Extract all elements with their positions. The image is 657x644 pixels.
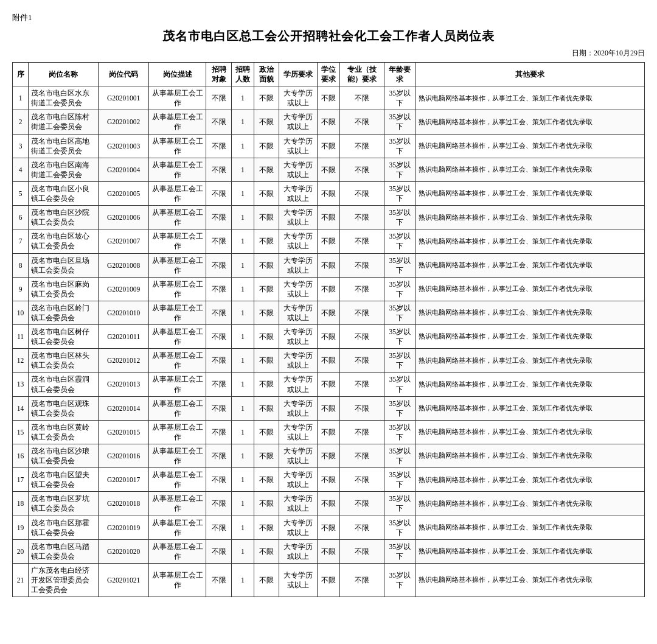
cell-major-req: 不限 xyxy=(339,206,384,229)
cell-age-req: 35岁以下 xyxy=(384,253,415,277)
cell-recruit-num: 1 xyxy=(232,563,254,597)
table-row: 11茂名市电白区树仔镇工会委员会G20201011从事基层工会工作不限1不限大专… xyxy=(13,325,645,349)
cell-degree-req: 不限 xyxy=(318,492,340,516)
cell-recruit-num: 1 xyxy=(232,229,254,253)
cell-edu-req: 大专学历或以上 xyxy=(279,134,318,158)
cell-pos-name: 茂名市电白区高地街道工会委员会 xyxy=(29,134,99,158)
cell-recruit-target: 不限 xyxy=(206,134,232,158)
cell-age-req: 35岁以下 xyxy=(384,301,415,324)
cell-recruit-target: 不限 xyxy=(206,301,232,324)
cell-seq: 13 xyxy=(13,373,29,396)
cell-political: 不限 xyxy=(254,420,279,444)
cell-edu-req: 大专学历或以上 xyxy=(279,420,318,444)
cell-pos-desc: 从事基层工会工作 xyxy=(149,181,206,205)
cell-recruit-num: 1 xyxy=(232,158,254,181)
cell-seq: 3 xyxy=(13,134,29,158)
cell-pos-desc: 从事基层工会工作 xyxy=(149,420,206,444)
cell-degree-req: 不限 xyxy=(318,396,340,420)
cell-pos-name: 茂名市电白区那霍镇工会委员会 xyxy=(29,516,99,539)
cell-pos-code: G20201009 xyxy=(98,277,149,301)
cell-other-req: 熟识电脑网络基本操作，从事过工会、策划工作者优先录取 xyxy=(415,253,644,277)
cell-recruit-target: 不限 xyxy=(206,110,232,134)
cell-degree-req: 不限 xyxy=(318,86,340,110)
cell-other-req: 熟识电脑网络基本操作，从事过工会、策划工作者优先录取 xyxy=(415,110,644,134)
cell-other-req: 熟识电脑网络基本操作，从事过工会、策划工作者优先录取 xyxy=(415,492,644,516)
cell-major-req: 不限 xyxy=(339,349,384,373)
cell-seq: 11 xyxy=(13,325,29,349)
cell-pos-desc: 从事基层工会工作 xyxy=(149,468,206,492)
cell-recruit-num: 1 xyxy=(232,420,254,444)
table-row: 16茂名市电白区沙琅镇工会委员会G20201016从事基层工会工作不限1不限大专… xyxy=(13,444,645,468)
cell-age-req: 35岁以下 xyxy=(384,181,415,205)
cell-edu-req: 大专学历或以上 xyxy=(279,492,318,516)
cell-pos-name: 茂名市电白区林头镇工会委员会 xyxy=(29,349,99,373)
cell-degree-req: 不限 xyxy=(318,468,340,492)
cell-pos-desc: 从事基层工会工作 xyxy=(149,492,206,516)
cell-recruit-num: 1 xyxy=(232,110,254,134)
cell-degree-req: 不限 xyxy=(318,158,340,181)
cell-seq: 9 xyxy=(13,277,29,301)
cell-age-req: 35岁以下 xyxy=(384,349,415,373)
cell-other-req: 熟识电脑网络基本操作，从事过工会、策划工作者优先录取 xyxy=(415,349,644,373)
cell-seq: 15 xyxy=(13,420,29,444)
cell-political: 不限 xyxy=(254,181,279,205)
cell-age-req: 35岁以下 xyxy=(384,229,415,253)
cell-major-req: 不限 xyxy=(339,301,384,324)
cell-seq: 2 xyxy=(13,110,29,134)
cell-pos-desc: 从事基层工会工作 xyxy=(149,158,206,181)
cell-degree-req: 不限 xyxy=(318,277,340,301)
cell-other-req: 熟识电脑网络基本操作，从事过工会、策划工作者优先录取 xyxy=(415,301,644,324)
cell-pos-code: G20201001 xyxy=(98,86,149,110)
col-pos-name: 岗位名称 xyxy=(29,63,99,86)
cell-major-req: 不限 xyxy=(339,444,384,468)
cell-pos-code: G20201018 xyxy=(98,492,149,516)
cell-recruit-target: 不限 xyxy=(206,492,232,516)
cell-edu-req: 大专学历或以上 xyxy=(279,253,318,277)
cell-pos-code: G20201007 xyxy=(98,229,149,253)
cell-other-req: 熟识电脑网络基本操作，从事过工会、策划工作者优先录取 xyxy=(415,444,644,468)
cell-recruit-num: 1 xyxy=(232,373,254,396)
cell-other-req: 熟识电脑网络基本操作，从事过工会、策划工作者优先录取 xyxy=(415,134,644,158)
cell-political: 不限 xyxy=(254,253,279,277)
cell-age-req: 35岁以下 xyxy=(384,325,415,349)
cell-major-req: 不限 xyxy=(339,158,384,181)
table-row: 15茂名市电白区黄岭镇工会委员会G20201015从事基层工会工作不限1不限大专… xyxy=(13,420,645,444)
col-political: 政治面貌 xyxy=(254,63,279,86)
cell-pos-desc: 从事基层工会工作 xyxy=(149,110,206,134)
cell-recruit-target: 不限 xyxy=(206,396,232,420)
cell-major-req: 不限 xyxy=(339,396,384,420)
cell-degree-req: 不限 xyxy=(318,301,340,324)
cell-degree-req: 不限 xyxy=(318,563,340,597)
cell-edu-req: 大专学历或以上 xyxy=(279,325,318,349)
cell-pos-code: G20201020 xyxy=(98,539,149,563)
cell-other-req: 熟识电脑网络基本操作，从事过工会、策划工作者优先录取 xyxy=(415,539,644,563)
cell-other-req: 熟识电脑网络基本操作，从事过工会、策划工作者优先录取 xyxy=(415,325,644,349)
cell-age-req: 35岁以下 xyxy=(384,206,415,229)
cell-degree-req: 不限 xyxy=(318,325,340,349)
cell-edu-req: 大专学历或以上 xyxy=(279,563,318,597)
cell-pos-code: G20201005 xyxy=(98,181,149,205)
cell-seq: 19 xyxy=(13,516,29,539)
cell-pos-desc: 从事基层工会工作 xyxy=(149,444,206,468)
cell-pos-name: 茂名市电白区岭门镇工会委员会 xyxy=(29,301,99,324)
cell-recruit-target: 不限 xyxy=(206,158,232,181)
cell-age-req: 35岁以下 xyxy=(384,277,415,301)
table-row: 12茂名市电白区林头镇工会委员会G20201012从事基层工会工作不限1不限大专… xyxy=(13,349,645,373)
col-edu-req: 学历要求 xyxy=(279,63,318,86)
cell-degree-req: 不限 xyxy=(318,253,340,277)
cell-pos-name: 茂名市电白区望夫镇工会委员会 xyxy=(29,468,99,492)
cell-pos-name: 茂名市电白区陈村街道工会委员会 xyxy=(29,110,99,134)
cell-seq: 20 xyxy=(13,539,29,563)
cell-pos-code: G20201011 xyxy=(98,325,149,349)
cell-pos-code: G20201016 xyxy=(98,444,149,468)
cell-recruit-target: 不限 xyxy=(206,349,232,373)
cell-recruit-num: 1 xyxy=(232,277,254,301)
cell-pos-code: G20201010 xyxy=(98,301,149,324)
cell-degree-req: 不限 xyxy=(318,110,340,134)
table-row: 1茂名市电白区水东街道工会委员会G20201001从事基层工会工作不限1不限大专… xyxy=(13,86,645,110)
table-row: 18茂名市电白区罗坑镇工会委员会G20201018从事基层工会工作不限1不限大专… xyxy=(13,492,645,516)
cell-edu-req: 大专学历或以上 xyxy=(279,181,318,205)
col-other-req: 其他要求 xyxy=(415,63,644,86)
cell-edu-req: 大专学历或以上 xyxy=(279,301,318,324)
table-row: 4茂名市电白区南海街道工会委员会G20201004从事基层工会工作不限1不限大专… xyxy=(13,158,645,181)
